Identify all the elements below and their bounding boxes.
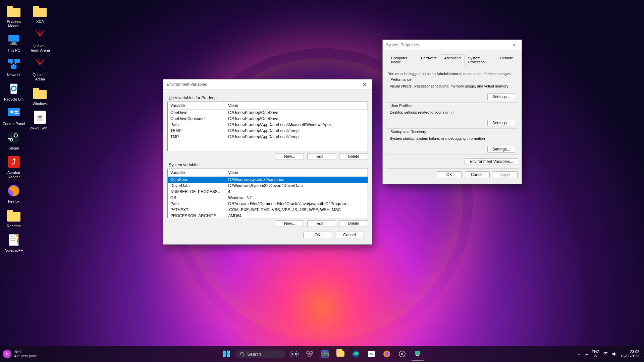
desktop-icon[interactable]: Random [1, 207, 26, 228]
svg-point-8 [10, 111, 13, 113]
sp-tabs: Computer NameHardwareAdvancedSystem Prot… [385, 52, 520, 66]
teams-icon[interactable]: 📹 [318, 347, 332, 361]
env-ok-button[interactable]: OK [303, 232, 332, 238]
desktop-icon[interactable]: XDA [28, 3, 52, 24]
var-value: C:\Users\Pradeep\AppData\Local\Microsoft… [225, 122, 368, 127]
col-value[interactable]: Value [225, 102, 368, 109]
var-value: Windows_NT [225, 195, 368, 200]
sys-delete-button[interactable]: Delete [339, 220, 368, 227]
var-value: .COM;.EXE;.BAT;.CMD;.VBS;.VBE;.JS;.JSE;.… [225, 207, 368, 213]
col-variable[interactable]: Variable [168, 169, 225, 176]
start-button[interactable] [220, 347, 233, 361]
sysprops-taskbar-icon[interactable] [411, 347, 424, 361]
desktop-icon[interactable]: Windows [28, 85, 52, 106]
file-explorer-icon[interactable] [334, 347, 347, 361]
sp-apply-button[interactable]: Apply [493, 171, 518, 178]
icon-label: Random [1, 224, 26, 228]
desktop-icon[interactable]: Network [1, 56, 26, 77]
svg-rect-10 [14, 113, 18, 114]
user-vars-list[interactable]: Variable Value OneDriveC:\Users\Pradeep\… [167, 102, 368, 151]
table-row[interactable]: DriverDataC:\Windows\System32\Drivers\Dr… [168, 183, 368, 189]
close-icon[interactable] [507, 40, 522, 50]
env-cancel-button[interactable]: Cancel [335, 232, 364, 238]
desktop-icon[interactable]: Steam [1, 129, 26, 150]
table-row[interactable]: OneDriveC:\Users\Pradeep\OneDrive [168, 110, 368, 116]
clock[interactable]: 23:08 16-11-2023 [621, 350, 639, 358]
onedrive-tray-icon[interactable]: ☁ [585, 352, 588, 356]
tab-computer-name[interactable]: Computer Name [387, 54, 417, 66]
admin-note: You must be logged on as an Administrato… [386, 68, 518, 78]
sp-titlebar[interactable]: System Properties [383, 40, 522, 50]
settings-taskbar-icon[interactable] [395, 347, 409, 361]
svg-rect-0 [8, 35, 19, 42]
list-header: Variable Value [168, 102, 368, 110]
user-delete-button[interactable]: Delete [339, 153, 368, 160]
table-row[interactable]: PathC:\Users\Pradeep\AppData\Local\Micro… [168, 122, 368, 128]
desktop-icon[interactable]: Quake III Team Arena [28, 27, 52, 53]
svg-rect-19 [227, 354, 230, 357]
tab-hardware[interactable]: Hardware [417, 54, 441, 66]
volume-icon[interactable] [612, 352, 617, 356]
table-row[interactable]: OneDriveConsumerC:\Users\Pradeep\OneDriv… [168, 116, 368, 122]
desktop-icon[interactable]: Notepad++ [1, 232, 26, 253]
up-settings-button[interactable]: Settings... [487, 120, 515, 126]
taskbar-search[interactable]: Search [235, 350, 285, 358]
copilot-icon[interactable] [287, 347, 301, 361]
user-new-button[interactable]: New... [275, 153, 304, 160]
table-row[interactable]: PATHEXT.COM;.EXE;.BAT;.CMD;.VBS;.VBE;.JS… [168, 207, 368, 213]
weather-widget[interactable]: 🌡 26°C Air: Very poor [3, 350, 37, 358]
wifi-icon[interactable] [603, 352, 608, 356]
desktop-icon[interactable]: Recycle Bin [1, 80, 26, 102]
svg-rect-17 [227, 351, 230, 354]
var-value: AMD64 [225, 213, 368, 218]
svg-rect-26 [308, 354, 311, 356]
desktop-icon[interactable]: ☕jdk-21_win... [28, 109, 52, 130]
firefox-taskbar-icon[interactable] [380, 347, 393, 361]
var-name: DriverData [168, 183, 225, 188]
tray-chevron-icon[interactable]: ︿ [577, 351, 581, 357]
close-icon[interactable] [357, 79, 372, 89]
table-row[interactable]: TEMPC:\Users\Pradeep\AppData\Local\Temp [168, 128, 368, 134]
var-name: PROCESSOR_ARCHITECTURE [168, 213, 225, 218]
table-row[interactable]: OSWindows_NT [168, 195, 368, 201]
var-value: C:\Users\Pradeep\AppData\Local\Temp [225, 134, 368, 139]
sr-desc: System startup, system failure, and debu… [390, 136, 515, 140]
tab-advanced[interactable]: Advanced [441, 54, 465, 66]
env-titlebar[interactable]: Environment Variables [163, 79, 372, 89]
table-row[interactable]: ComSpecC:\Windows\system32\cmd.exe [168, 177, 368, 183]
sr-settings-button[interactable]: Settings... [487, 146, 515, 153]
npp-icon [6, 232, 22, 248]
store-icon[interactable]: 🛍 [365, 347, 378, 361]
col-variable[interactable]: Variable [168, 102, 225, 109]
sys-new-button[interactable]: New... [275, 220, 304, 227]
edge-icon[interactable] [349, 347, 363, 361]
desktop-icon[interactable]: ⤴Acrobat Reader [1, 154, 26, 179]
table-row[interactable]: PROCESSOR_ARCHITECTUREAMD64 [168, 213, 368, 218]
table-row[interactable]: PathC:\Program Files\Common Files\Oracle… [168, 201, 368, 207]
weather-desc: Air: Very poor [14, 354, 37, 358]
user-edit-button[interactable]: Edit... [307, 153, 336, 160]
col-value[interactable]: Value [225, 169, 368, 176]
sys-vars-list[interactable]: Variable Value ComSpecC:\Windows\system3… [167, 169, 368, 218]
perf-settings-button[interactable]: Settings... [487, 94, 515, 100]
folder-icon [32, 85, 48, 101]
sp-ok-button[interactable]: OK [437, 171, 462, 178]
desktop-icon[interactable]: Control Panel [1, 105, 26, 126]
language-indicator[interactable]: ENG IN [592, 350, 600, 358]
desktop-icon[interactable]: Pradeep Menon [1, 3, 26, 28]
icon-label: jdk-21_win... [28, 126, 52, 130]
desktop-icon[interactable]: Quake III Arena [28, 56, 52, 81]
tab-system-protection[interactable]: System Protection [465, 54, 497, 66]
table-row[interactable]: NUMBER_OF_PROCESSORS4 [168, 189, 368, 195]
svg-rect-32 [415, 351, 420, 355]
desktop-icon[interactable]: Firefox [1, 183, 26, 204]
env-vars-button[interactable]: Environment Variables... [465, 158, 518, 165]
tab-remote[interactable]: Remote [496, 54, 517, 66]
task-view-icon[interactable] [303, 347, 316, 361]
table-row[interactable]: TMPC:\Users\Pradeep\AppData\Local\Temp [168, 134, 368, 140]
sp-cancel-button[interactable]: Cancel [465, 171, 490, 178]
desktop-icon[interactable]: This PC [1, 32, 26, 53]
sys-edit-button[interactable]: Edit... [307, 220, 336, 227]
firefox-icon [6, 183, 22, 199]
icon-label: Pradeep Menon [1, 19, 26, 28]
